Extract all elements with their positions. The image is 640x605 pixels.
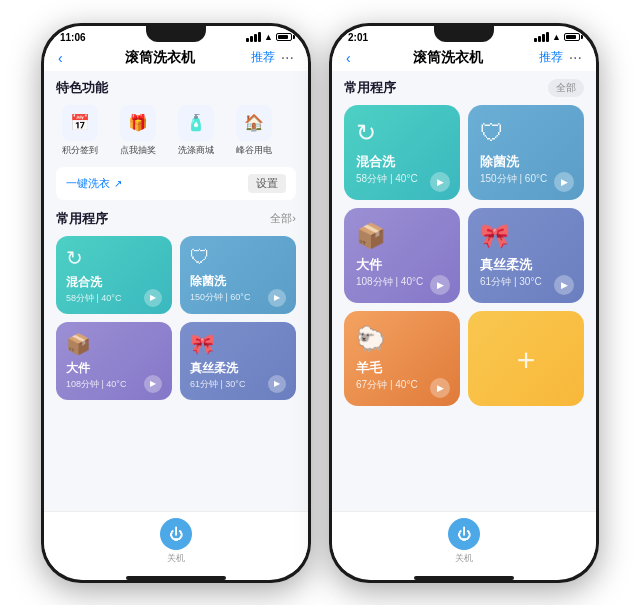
settings-button[interactable]: 设置 [248, 174, 286, 193]
back-button-1[interactable]: ‹ [58, 50, 63, 66]
programs-header-2: 常用程序 全部 [344, 79, 584, 97]
program-detail-lg-3: 61分钟 | 30°C [480, 275, 542, 289]
feature-item-3[interactable]: 🏠 峰谷用电 [230, 105, 278, 157]
program-detail-2: 108分钟 | 40°C [66, 378, 126, 391]
program-card-3[interactable]: 🎀 真丝柔洗 61分钟 | 30°C ▶ [180, 322, 296, 400]
nav-subtitle-2[interactable]: 推荐 [539, 49, 563, 66]
battery-icon-1 [276, 33, 292, 41]
power-button-1[interactable]: ⏻ [160, 518, 192, 550]
back-button-2[interactable]: ‹ [346, 50, 351, 66]
battery-icon-2 [564, 33, 580, 41]
program-name-lg-3: 真丝柔洗 [480, 256, 532, 274]
program-icon-1: 🛡 [190, 246, 210, 269]
feature-icon-0: 📅 [62, 105, 98, 141]
program-card-0[interactable]: ↻ 混合洗 58分钟 | 40°C ▶ [56, 236, 172, 314]
program-card-lg-3[interactable]: 🎀 真丝柔洗 61分钟 | 30°C ▶ [468, 208, 584, 303]
phone-2-content: 常用程序 全部 ↻ 混合洗 58分钟 | 40°C ▶ 🛡 除菌洗 [332, 71, 596, 511]
program-detail-lg-2: 108分钟 | 40°C [356, 275, 423, 289]
program-play-3[interactable]: ▶ [268, 375, 286, 393]
program-card-2[interactable]: 📦 大件 108分钟 | 40°C ▶ [56, 322, 172, 400]
power-bar-2: ⏻ 关机 [332, 511, 596, 573]
program-detail-lg-0: 58分钟 | 40°C [356, 172, 418, 186]
feature-item-1[interactable]: 🎁 点我抽奖 [114, 105, 162, 157]
time-1: 11:06 [60, 32, 86, 43]
program-play-lg-2[interactable]: ▶ [430, 275, 450, 295]
program-card-lg-4[interactable]: 🐑 羊毛 67分钟 | 40°C ▶ [344, 311, 460, 406]
programs-more-2[interactable]: 全部 [548, 79, 584, 97]
wifi-icon-1: ▲ [264, 32, 273, 42]
programs-title-2: 常用程序 [344, 79, 396, 97]
phone-1: 11:06 ▲ ‹ 滚筒洗衣机 [41, 23, 311, 583]
program-icon-lg-4: 🐑 [356, 325, 386, 353]
feature-label-0: 积分签到 [62, 144, 98, 157]
program-play-lg-1[interactable]: ▶ [554, 172, 574, 192]
program-name-0: 混合洗 [66, 274, 102, 291]
add-icon: + [480, 325, 572, 396]
signal-icon-2 [534, 32, 549, 42]
program-detail-lg-1: 150分钟 | 60°C [480, 172, 547, 186]
quick-wash-bar[interactable]: 一键洗衣 ↗ 设置 [56, 167, 296, 200]
power-label-2: 关机 [455, 552, 473, 565]
nav-more-1[interactable]: ··· [281, 49, 294, 67]
time-2: 2:01 [348, 32, 368, 43]
nav-title-1: 滚筒洗衣机 [69, 49, 251, 67]
programs-header-1: 常用程序 全部› [56, 210, 296, 228]
nav-subtitle-1[interactable]: 推荐 [251, 49, 275, 66]
features-title: 特色功能 [56, 79, 296, 97]
program-detail-3: 61分钟 | 30°C [190, 378, 245, 391]
program-detail-1: 150分钟 | 60°C [190, 291, 250, 304]
feature-icon-1: 🎁 [120, 105, 156, 141]
program-card-lg-1[interactable]: 🛡 除菌洗 150分钟 | 60°C ▶ [468, 105, 584, 200]
notch-2 [434, 26, 494, 42]
signal-icon-1 [246, 32, 261, 42]
program-card-lg-0[interactable]: ↻ 混合洗 58分钟 | 40°C ▶ [344, 105, 460, 200]
nav-bar-1: ‹ 滚筒洗衣机 推荐 ··· [44, 45, 308, 71]
program-icon-lg-0: ↻ [356, 119, 376, 147]
programs-more-1[interactable]: 全部› [270, 211, 296, 226]
feature-item-0[interactable]: 📅 积分签到 [56, 105, 104, 157]
feature-row: 📅 积分签到 🎁 点我抽奖 🧴 洗涤商城 🏠 峰谷用电 [56, 105, 296, 157]
phone-2: 2:01 ▲ ‹ 滚筒洗衣机 [329, 23, 599, 583]
feature-item-2[interactable]: 🧴 洗涤商城 [172, 105, 220, 157]
notch [146, 26, 206, 42]
programs-title-1: 常用程序 [56, 210, 108, 228]
program-play-lg-3[interactable]: ▶ [554, 275, 574, 295]
program-name-lg-4: 羊毛 [356, 359, 382, 377]
program-card-1[interactable]: 🛡 除菌洗 150分钟 | 60°C ▶ [180, 236, 296, 314]
program-icon-0: ↻ [66, 246, 83, 270]
home-indicator-1 [126, 576, 226, 580]
program-icon-lg-2: 📦 [356, 222, 386, 250]
program-play-0[interactable]: ▶ [144, 289, 162, 307]
feature-label-3: 峰谷用电 [236, 144, 272, 157]
power-icon-1: ⏻ [169, 526, 183, 542]
program-name-2: 大件 [66, 360, 90, 377]
power-bar-1: ⏻ 关机 [44, 511, 308, 573]
program-detail-lg-4: 67分钟 | 40°C [356, 378, 418, 392]
nav-more-2[interactable]: ··· [569, 49, 582, 67]
quick-wash-icon: ↗ [114, 178, 122, 189]
program-detail-0: 58分钟 | 40°C [66, 292, 121, 305]
program-play-lg-0[interactable]: ▶ [430, 172, 450, 192]
power-button-2[interactable]: ⏻ [448, 518, 480, 550]
program-name-lg-0: 混合洗 [356, 153, 395, 171]
home-indicator-2 [414, 576, 514, 580]
program-card-lg-2[interactable]: 📦 大件 108分钟 | 40°C ▶ [344, 208, 460, 303]
program-play-2[interactable]: ▶ [144, 375, 162, 393]
program-icon-2: 📦 [66, 332, 91, 356]
program-card-add[interactable]: + [468, 311, 584, 406]
power-icon-2: ⏻ [457, 526, 471, 542]
nav-title-2: 滚筒洗衣机 [357, 49, 539, 67]
nav-bar-2: ‹ 滚筒洗衣机 推荐 ··· [332, 45, 596, 71]
program-play-1[interactable]: ▶ [268, 289, 286, 307]
program-icon-lg-3: 🎀 [480, 222, 510, 250]
program-icon-lg-1: 🛡 [480, 119, 504, 147]
power-label-1: 关机 [167, 552, 185, 565]
quick-wash-text: 一键洗衣 [66, 176, 110, 191]
feature-label-2: 洗涤商城 [178, 144, 214, 157]
program-grid-2: ↻ 混合洗 58分钟 | 40°C ▶ 🛡 除菌洗 150分钟 | 60°C ▶… [344, 105, 584, 406]
feature-label-1: 点我抽奖 [120, 144, 156, 157]
feature-icon-2: 🧴 [178, 105, 214, 141]
program-play-lg-4[interactable]: ▶ [430, 378, 450, 398]
program-grid-1: ↻ 混合洗 58分钟 | 40°C ▶ 🛡 除菌洗 150分钟 | 60°C ▶… [56, 236, 296, 400]
program-name-3: 真丝柔洗 [190, 360, 238, 377]
